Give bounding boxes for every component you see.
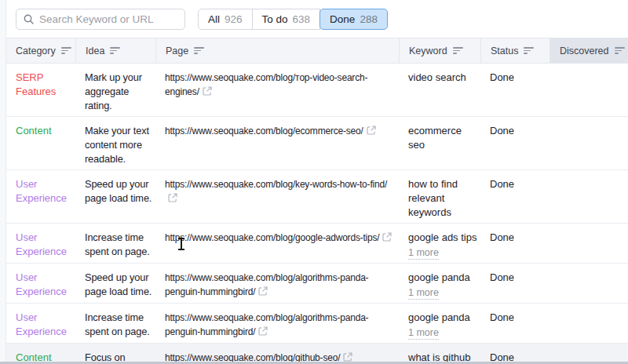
keyword-cell: google ads tips1 more: [399, 224, 480, 263]
category-cell: User Experience: [6, 264, 75, 303]
page-url-link[interactable]: https://www.seoquake.com/blog/key-words-…: [165, 179, 387, 190]
external-link-icon[interactable]: [258, 326, 268, 340]
filter-todo-label: To do: [262, 13, 288, 25]
keyword-cell: ecommerce seo: [399, 117, 480, 169]
external-link-icon[interactable]: [258, 286, 268, 300]
category-cell: User Experience: [6, 224, 75, 263]
left-gutter: [0, 0, 6, 364]
table-row: User Experience Speed up your page load …: [6, 170, 628, 224]
table-header: Category Idea Page Keyword Status Discov…: [6, 38, 628, 64]
table-row: Content Make your text content more read…: [6, 117, 628, 170]
status-filter-group: All 926 To do 638 Done 288: [198, 9, 388, 30]
external-link-icon[interactable]: [203, 86, 212, 100]
search-box[interactable]: [16, 9, 185, 30]
column-header-idea[interactable]: Idea: [75, 38, 155, 63]
keyword-cell: how to find relevant keywords: [399, 170, 480, 223]
discovered-cell: [550, 170, 628, 223]
discovered-cell: [550, 117, 628, 169]
text-cursor: [181, 238, 182, 250]
sort-filter-icon[interactable]: [453, 47, 463, 54]
page-url-link[interactable]: https://www.seoquake.com/blog/google-adw…: [165, 232, 379, 243]
category-cell: SERP Features: [6, 64, 75, 116]
keyword-cell: google panda1 more: [399, 264, 480, 303]
status-cell: Done: [480, 304, 550, 343]
category-cell: Content: [6, 117, 75, 169]
column-header-page[interactable]: Page: [155, 38, 399, 63]
column-label: Category: [16, 46, 56, 56]
page-cell: https://www.seoquake.com/blog/algorithms…: [155, 304, 399, 343]
toolbar: All 926 To do 638 Done 288: [6, 0, 628, 38]
category-cell: User Experience: [6, 304, 75, 343]
page-cell: https://www.seoquake.com/blog/тop-video-…: [155, 64, 399, 116]
ideas-table: Category Idea Page Keyword Status Discov…: [6, 38, 628, 364]
discovered-cell: [550, 64, 628, 116]
table-row: User Experience Increase time spent on p…: [6, 304, 628, 344]
page-cell: https://www.seoquake.com/blog/algorithms…: [155, 264, 399, 303]
more-keywords-link[interactable]: 1 more: [408, 247, 439, 260]
filter-todo-count: 638: [293, 13, 311, 25]
column-label: Page: [166, 46, 188, 56]
sort-filter-icon[interactable]: [524, 47, 534, 54]
page-cell: https://www.seoquake.com/blog/ecommerce-…: [155, 117, 399, 169]
idea-cell: Increase time spent on page.: [75, 224, 155, 263]
page-url-link[interactable]: https://www.seoquake.com/blog/ecommerce-…: [165, 126, 363, 136]
keyword-cell: google panda1 more: [399, 304, 480, 343]
filter-all[interactable]: All 926: [198, 9, 253, 30]
sort-filter-icon[interactable]: [110, 47, 120, 54]
column-header-category[interactable]: Category: [6, 38, 75, 63]
status-cell: Done: [480, 264, 550, 303]
external-link-icon[interactable]: [168, 192, 177, 206]
status-cell: Done: [480, 170, 550, 223]
column-label: Idea: [86, 46, 104, 56]
table-row: User Experience Speed up your page load …: [6, 264, 628, 304]
status-cell: Done: [480, 64, 550, 116]
filter-todo[interactable]: To do 638: [252, 9, 321, 30]
column-label: Keyword: [409, 46, 447, 56]
table-row: User Experience Increase time spent on p…: [6, 224, 628, 264]
discovered-cell: [550, 264, 628, 303]
idea-cell: Increase time spent on page.: [75, 304, 155, 343]
page-cell: https://www.seoquake.com/blog/key-words-…: [155, 170, 399, 223]
more-keywords-link[interactable]: 1 more: [408, 287, 439, 300]
status-cell: Done: [480, 117, 550, 169]
sort-filter-icon[interactable]: [615, 47, 625, 54]
sort-filter-icon[interactable]: [194, 47, 204, 54]
column-header-keyword[interactable]: Keyword: [399, 38, 480, 63]
idea-cell: Make your text content more readable.: [75, 117, 155, 169]
search-input[interactable]: [39, 13, 177, 25]
idea-cell: Speed up your page load time.: [75, 170, 155, 223]
filter-all-label: All: [208, 13, 220, 25]
external-link-icon[interactable]: [367, 125, 376, 139]
discovered-cell: [550, 224, 628, 263]
more-keywords-link[interactable]: 1 more: [408, 327, 439, 340]
filter-done-count: 288: [360, 13, 378, 25]
filter-done-label: Done: [330, 13, 355, 25]
column-label: Status: [491, 46, 518, 56]
filter-done[interactable]: Done 288: [319, 9, 388, 30]
column-header-status[interactable]: Status: [480, 38, 550, 63]
page-cell: https://www.seoquake.com/blog/google-adw…: [155, 224, 399, 263]
column-header-discovered[interactable]: Discovered: [550, 38, 628, 63]
keyword-cell: video search: [399, 64, 480, 116]
external-link-icon[interactable]: [382, 231, 392, 246]
seo-ideas-panel: All 926 To do 638 Done 288 Category Idea: [0, 0, 628, 364]
column-label: Discovered: [560, 46, 609, 56]
sort-filter-icon[interactable]: [61, 47, 71, 54]
search-icon: [24, 14, 34, 24]
idea-cell: Mark up your aggregate rating.: [75, 64, 155, 116]
status-cell: Done: [480, 224, 550, 263]
table-row: SERP Features Mark up your aggregate rat…: [6, 64, 628, 117]
category-cell: User Experience: [6, 170, 75, 223]
page-url-link[interactable]: https://www.seoquake.com/blog/тop-video-…: [165, 72, 367, 97]
filter-all-count: 926: [225, 13, 243, 25]
discovered-cell: [550, 304, 628, 343]
idea-cell: Speed up your page load time.: [75, 264, 155, 303]
